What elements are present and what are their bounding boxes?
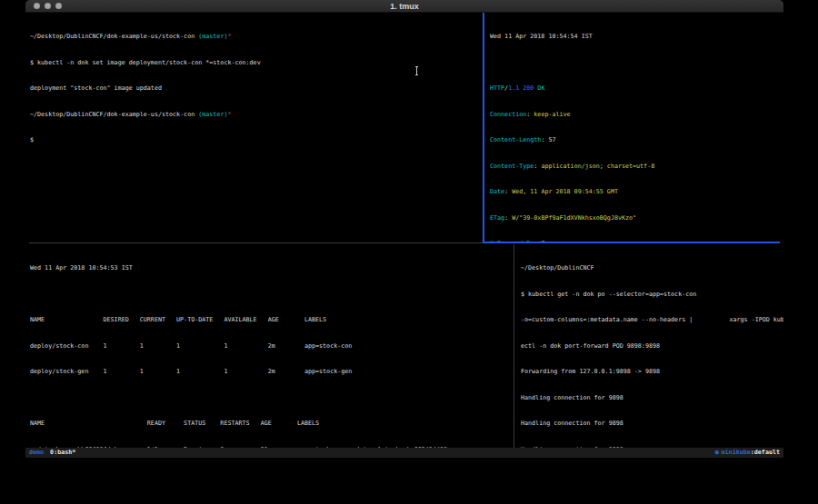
tmux-status-right: ⎈minikube:default — [714, 448, 780, 458]
response-header-line: ETag: W/"39-0xBPf9aF1dXVNkhsxoBQgJ8vKzo" — [490, 214, 783, 223]
mouse-ibeam-cursor — [414, 66, 419, 75]
header-value: W/"39-0xBPf9aF1dXVNkhsxoBQgJ8vKzo" — [512, 214, 636, 222]
table-row: deploy/stock-con 1 1 1 1 2m app=stock-co… — [30, 342, 514, 351]
window-title: 1. tmux — [25, 0, 783, 13]
tmux-window-label[interactable]: 0:bash* — [50, 449, 75, 456]
header-sep: : — [504, 188, 512, 195]
http-status-line: HTTP/1.1 200 OK — [490, 84, 783, 94]
http-ok: OK — [534, 84, 544, 92]
prompt-line: ~/Desktop/DublinCNCF — [521, 264, 783, 273]
pane-divider-vertical-bottom[interactable] — [514, 244, 514, 448]
output-line: Handling connection for 9898 — [521, 394, 783, 403]
pane-divider-horizontal-right[interactable] — [483, 242, 780, 243]
header-sep: : — [504, 214, 512, 222]
header-value: 57 — [548, 136, 555, 143]
output-line: Handling connection for 9898 — [521, 420, 783, 429]
header-value: Wed, 11 Apr 2018 09:54:55 GMT — [512, 188, 618, 195]
tmux-status-bar: demo0:bash* ⎈minikube:default — [25, 448, 783, 458]
header-key: Connection — [490, 111, 526, 118]
prompt-line: ~/Desktop/DublinCNCF/dok-example-us/stoc… — [30, 111, 483, 120]
pane-top-right[interactable]: Wed 11 Apr 2018 10:54:54 IST HTTP/1.1 20… — [484, 13, 783, 242]
git-branch: (master) — [198, 33, 227, 40]
git-dirty-flag: * — [227, 111, 231, 118]
response-header-line: Content-Type: application/json; charset=… — [490, 163, 783, 172]
blank-line — [490, 59, 783, 68]
http-version-status: 1.1 200 — [508, 84, 534, 92]
git-dirty-flag: * — [227, 33, 231, 40]
terminal-body: ~/Desktop/DublinCNCF/dok-example-us/stoc… — [25, 13, 783, 460]
table-header-pods: NAME READY STATUS RESTARTS AGE LABELS — [30, 420, 514, 429]
command-line: $ kubectl get -n dok po --selector=app=s… — [521, 291, 783, 300]
cwd-path: ~/Desktop/DublinCNCF/dok-example-us/stoc… — [30, 111, 198, 118]
header-value: application/json; charset=utf-8 — [541, 163, 654, 170]
kubernetes-helm-icon: ⎈ — [714, 449, 719, 456]
blank-line — [30, 291, 514, 300]
tmux-status-left: demo0:bash* — [29, 448, 75, 458]
tmux-session-name: demo — [29, 449, 44, 456]
header-key: ETag — [490, 214, 504, 222]
response-header-line: Connection: keep-alive — [490, 111, 783, 120]
k8s-context-name: minikube — [722, 449, 751, 456]
prompt-line: ~/Desktop/DublinCNCF/dok-example-us/stoc… — [30, 33, 483, 42]
command-line-wrapped: ectl -n dok port-forward POD 9898:9898 — [521, 342, 783, 351]
close-window-button[interactable] — [34, 3, 40, 9]
output-line: deployment "stock-con" image updated — [30, 84, 483, 94]
table-row: deploy/stock-gen 1 1 1 1 2m app=stock-ge… — [30, 368, 514, 377]
header-key: Content-Type — [490, 163, 534, 170]
http-proto: HTTP — [490, 84, 504, 92]
pane-divider-horizontal-left[interactable] — [29, 242, 483, 243]
pane-bottom-left[interactable]: Wed 11 Apr 2018 10:54:53 IST NAME DESIRE… — [25, 244, 514, 448]
response-header-line: Date: Wed, 11 Apr 2018 09:54:55 GMT — [490, 188, 783, 197]
k8s-namespace: :default — [751, 449, 780, 456]
cwd-path: ~/Desktop/DublinCNCF/dok-example-us/stoc… — [30, 33, 198, 40]
header-value: keep-alive — [534, 111, 570, 118]
header-key: Date — [490, 188, 504, 195]
table-header-deployments: NAME DESIRED CURRENT UP-TO-DATE AVAILABL… — [30, 316, 514, 325]
timestamp-line: Wed 11 Apr 2018 10:54:53 IST — [30, 264, 514, 273]
output-line: Forwarding from 127.0.0.1:9898 -> 9898 — [521, 368, 783, 377]
blank-line — [30, 394, 514, 403]
zoom-window-button[interactable] — [55, 3, 62, 9]
command-line-wrapped: -o=custom-columns=:metadata.name --no-he… — [521, 316, 783, 325]
minimize-window-button[interactable] — [45, 3, 51, 9]
pane-top-left[interactable]: ~/Desktop/DublinCNCF/dok-example-us/stoc… — [25, 13, 483, 242]
response-header-line: Content-Length: 57 — [490, 136, 783, 145]
pane-bottom-right[interactable]: ~/Desktop/DublinCNCF $ kubectl get -n do… — [515, 244, 783, 448]
screen: 1. tmux ~/Desktop/DublinCNCF/dok-example… — [0, 0, 818, 504]
timestamp-line: Wed 11 Apr 2018 10:54:54 IST — [490, 33, 783, 42]
git-branch: (master) — [198, 111, 227, 118]
prompt-line: $ — [30, 136, 483, 145]
header-key: Content-Length — [490, 136, 541, 143]
terminal-window: 1. tmux ~/Desktop/DublinCNCF/dok-example… — [25, 0, 783, 460]
window-titlebar[interactable]: 1. tmux — [25, 0, 783, 13]
